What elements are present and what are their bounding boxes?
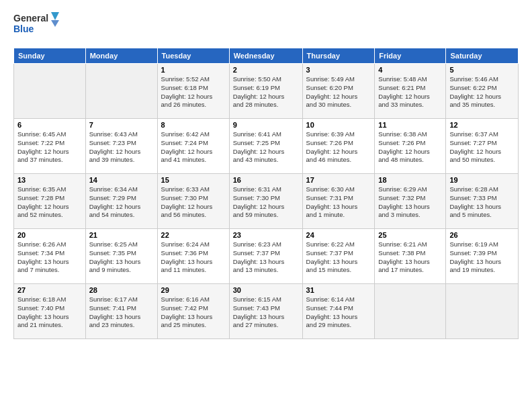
day-header-saturday: Saturday (446, 48, 519, 64)
day-content: Sunrise: 5:48 AM Sunset: 6:21 PM Dayligh… (378, 75, 442, 109)
calendar-cell: 5Sunrise: 5:46 AM Sunset: 6:22 PM Daylig… (446, 64, 519, 119)
svg-marker-2 (51, 12, 59, 20)
day-number: 14 (89, 176, 154, 184)
calendar-cell: 28Sunrise: 6:17 AM Sunset: 7:41 PM Dayli… (85, 284, 157, 339)
calendar-cell: 9Sunrise: 6:41 AM Sunset: 7:25 PM Daylig… (229, 119, 302, 174)
day-number: 30 (233, 286, 299, 294)
day-content: Sunrise: 6:45 AM Sunset: 7:22 PM Dayligh… (17, 130, 82, 165)
day-content: Sunrise: 6:18 AM Sunset: 7:40 PM Dayligh… (17, 295, 82, 330)
day-number: 31 (306, 286, 371, 294)
day-number: 26 (449, 231, 515, 239)
day-content: Sunrise: 6:29 AM Sunset: 7:32 PM Dayligh… (378, 185, 442, 220)
logo: General Blue (13, 11, 60, 41)
day-number: 8 (161, 121, 226, 129)
calendar-cell: 1Sunrise: 5:52 AM Sunset: 6:18 PM Daylig… (157, 64, 229, 119)
calendar-cell: 20Sunrise: 6:26 AM Sunset: 7:34 PM Dayli… (14, 229, 86, 284)
day-content: Sunrise: 5:49 AM Sunset: 6:20 PM Dayligh… (306, 75, 371, 109)
day-content: Sunrise: 6:34 AM Sunset: 7:29 PM Dayligh… (89, 185, 154, 220)
day-content: Sunrise: 6:25 AM Sunset: 7:35 PM Dayligh… (89, 240, 154, 275)
day-content: Sunrise: 6:38 AM Sunset: 7:26 PM Dayligh… (378, 130, 442, 165)
day-content: Sunrise: 6:14 AM Sunset: 7:44 PM Dayligh… (306, 295, 371, 330)
day-number: 19 (449, 176, 515, 184)
day-number: 24 (306, 231, 371, 239)
day-number: 20 (17, 231, 82, 239)
calendar-cell: 23Sunrise: 6:23 AM Sunset: 7:37 PM Dayli… (229, 229, 302, 284)
day-content: Sunrise: 6:22 AM Sunset: 7:37 PM Dayligh… (306, 240, 371, 275)
day-content: Sunrise: 6:37 AM Sunset: 7:27 PM Dayligh… (449, 130, 515, 165)
calendar-cell: 17Sunrise: 6:30 AM Sunset: 7:31 PM Dayli… (302, 174, 375, 229)
day-content: Sunrise: 6:35 AM Sunset: 7:28 PM Dayligh… (17, 185, 82, 220)
day-content: Sunrise: 6:15 AM Sunset: 7:43 PM Dayligh… (233, 295, 299, 330)
day-number: 25 (378, 231, 442, 239)
calendar-cell: 29Sunrise: 6:16 AM Sunset: 7:42 PM Dayli… (157, 284, 229, 339)
calendar-cell: 16Sunrise: 6:31 AM Sunset: 7:30 PM Dayli… (229, 174, 302, 229)
day-header-friday: Friday (375, 48, 446, 64)
day-header-sunday: Sunday (14, 48, 86, 64)
day-header-tuesday: Tuesday (157, 48, 229, 64)
calendar-cell: 10Sunrise: 6:39 AM Sunset: 7:26 PM Dayli… (302, 119, 375, 174)
day-number: 3 (306, 66, 371, 74)
calendar-cell: 3Sunrise: 5:49 AM Sunset: 6:20 PM Daylig… (302, 64, 375, 119)
day-number: 13 (17, 176, 82, 184)
day-number: 5 (449, 66, 515, 74)
calendar-cell: 8Sunrise: 6:42 AM Sunset: 7:24 PM Daylig… (157, 119, 229, 174)
day-content: Sunrise: 5:50 AM Sunset: 6:19 PM Dayligh… (233, 75, 299, 109)
day-number: 22 (161, 231, 226, 239)
day-content: Sunrise: 6:21 AM Sunset: 7:38 PM Dayligh… (378, 240, 442, 275)
day-content: Sunrise: 6:19 AM Sunset: 7:39 PM Dayligh… (449, 240, 515, 275)
calendar-cell: 15Sunrise: 6:33 AM Sunset: 7:30 PM Dayli… (157, 174, 229, 229)
day-number: 1 (161, 66, 226, 74)
day-number: 28 (89, 286, 154, 294)
day-content: Sunrise: 6:24 AM Sunset: 7:36 PM Dayligh… (161, 240, 226, 275)
day-header-wednesday: Wednesday (229, 48, 302, 64)
calendar-cell: 26Sunrise: 6:19 AM Sunset: 7:39 PM Dayli… (446, 229, 519, 284)
calendar-cell: 19Sunrise: 6:28 AM Sunset: 7:33 PM Dayli… (446, 174, 519, 229)
day-number: 18 (378, 176, 442, 184)
day-content: Sunrise: 6:42 AM Sunset: 7:24 PM Dayligh… (161, 130, 226, 165)
day-content: Sunrise: 6:30 AM Sunset: 7:31 PM Dayligh… (306, 185, 371, 220)
day-number: 2 (233, 66, 299, 74)
day-number: 16 (233, 176, 299, 184)
day-number: 7 (89, 121, 154, 129)
calendar-table: SundayMondayTuesdayWednesdayThursdayFrid… (13, 48, 519, 339)
calendar-cell: 22Sunrise: 6:24 AM Sunset: 7:36 PM Dayli… (157, 229, 229, 284)
calendar-cell: 24Sunrise: 6:22 AM Sunset: 7:37 PM Dayli… (302, 229, 375, 284)
day-number: 27 (17, 286, 82, 294)
svg-marker-3 (51, 20, 59, 27)
calendar-cell (375, 284, 446, 339)
day-content: Sunrise: 6:43 AM Sunset: 7:23 PM Dayligh… (89, 130, 154, 165)
calendar-cell (85, 64, 157, 119)
day-content: Sunrise: 6:39 AM Sunset: 7:26 PM Dayligh… (306, 130, 371, 165)
day-number: 21 (89, 231, 154, 239)
calendar-cell: 4Sunrise: 5:48 AM Sunset: 6:21 PM Daylig… (375, 64, 446, 119)
calendar-cell (14, 64, 86, 119)
day-header-monday: Monday (85, 48, 157, 64)
calendar-cell: 12Sunrise: 6:37 AM Sunset: 7:27 PM Dayli… (446, 119, 519, 174)
calendar-cell: 13Sunrise: 6:35 AM Sunset: 7:28 PM Dayli… (14, 174, 86, 229)
calendar-cell: 25Sunrise: 6:21 AM Sunset: 7:38 PM Dayli… (375, 229, 446, 284)
day-number: 6 (17, 121, 82, 129)
day-header-thursday: Thursday (302, 48, 375, 64)
day-content: Sunrise: 5:46 AM Sunset: 6:22 PM Dayligh… (449, 75, 515, 109)
day-number: 11 (378, 121, 442, 129)
calendar-cell: 30Sunrise: 6:15 AM Sunset: 7:43 PM Dayli… (229, 284, 302, 339)
day-content: Sunrise: 6:31 AM Sunset: 7:30 PM Dayligh… (233, 185, 299, 220)
logo-svg: General Blue (13, 11, 60, 41)
day-content: Sunrise: 5:52 AM Sunset: 6:18 PM Dayligh… (161, 75, 226, 109)
calendar-cell: 6Sunrise: 6:45 AM Sunset: 7:22 PM Daylig… (14, 119, 86, 174)
svg-text:Blue: Blue (13, 24, 34, 34)
day-content: Sunrise: 6:26 AM Sunset: 7:34 PM Dayligh… (17, 240, 82, 275)
calendar-cell: 7Sunrise: 6:43 AM Sunset: 7:23 PM Daylig… (85, 119, 157, 174)
day-number: 17 (306, 176, 371, 184)
day-number: 4 (378, 66, 442, 74)
day-content: Sunrise: 6:33 AM Sunset: 7:30 PM Dayligh… (161, 185, 226, 220)
calendar-cell (446, 284, 519, 339)
day-content: Sunrise: 6:28 AM Sunset: 7:33 PM Dayligh… (449, 185, 515, 220)
calendar-cell: 21Sunrise: 6:25 AM Sunset: 7:35 PM Dayli… (85, 229, 157, 284)
calendar-cell: 27Sunrise: 6:18 AM Sunset: 7:40 PM Dayli… (14, 284, 86, 339)
day-content: Sunrise: 6:16 AM Sunset: 7:42 PM Dayligh… (161, 295, 226, 330)
day-content: Sunrise: 6:23 AM Sunset: 7:37 PM Dayligh… (233, 240, 299, 275)
page-header: General Blue (13, 11, 519, 41)
day-number: 9 (233, 121, 299, 129)
calendar-cell: 14Sunrise: 6:34 AM Sunset: 7:29 PM Dayli… (85, 174, 157, 229)
